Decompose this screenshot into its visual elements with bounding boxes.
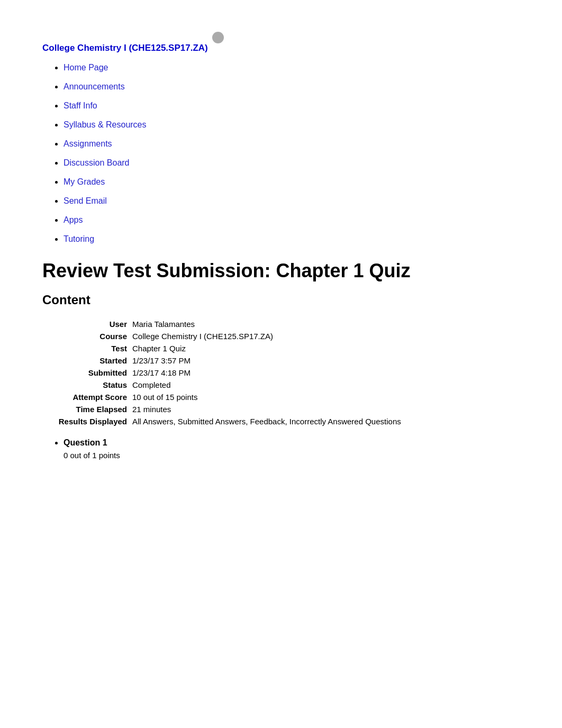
question-title: Question 1: [64, 438, 520, 448]
attempt-score-value: 10 out of 15 points: [132, 391, 520, 403]
started-row: Started 1/23/17 3:57 PM: [42, 354, 520, 367]
attempt-score-label: Attempt Score: [42, 391, 132, 403]
user-value: Maria Talamantes: [132, 318, 520, 330]
list-item: Question 10 out of 1 points: [64, 438, 520, 460]
submission-info-table: User Maria Talamantes Course College Che…: [42, 318, 520, 427]
nav-link[interactable]: Syllabus & Resources: [64, 120, 147, 129]
nav-link[interactable]: Home Page: [64, 63, 108, 72]
user-label: User: [42, 318, 132, 330]
list-item: Apps: [64, 215, 520, 225]
time-elapsed-row: Time Elapsed 21 minutes: [42, 403, 520, 415]
results-displayed-label: Results Displayed: [42, 415, 132, 427]
results-displayed-row: Results Displayed All Answers, Submitted…: [42, 415, 520, 427]
list-item: Home Page: [64, 63, 520, 72]
test-value: Chapter 1 Quiz: [132, 342, 520, 354]
time-elapsed-value: 21 minutes: [132, 403, 520, 415]
submitted-row: Submitted 1/23/17 4:18 PM: [42, 367, 520, 379]
nav-icon: [212, 32, 224, 43]
page-title: Review Test Submission: Chapter 1 Quiz: [42, 260, 520, 282]
content-heading: Content: [42, 293, 520, 307]
user-row: User Maria Talamantes: [42, 318, 520, 330]
list-item: My Grades: [64, 177, 520, 187]
sidebar-nav: Home PageAnnouncementsStaff InfoSyllabus…: [42, 63, 520, 244]
course-row: Course College Chemistry I (CHE125.SP17.…: [42, 330, 520, 342]
nav-link[interactable]: Send Email: [64, 196, 107, 205]
results-displayed-value: All Answers, Submitted Answers, Feedback…: [132, 415, 520, 427]
list-item: Send Email: [64, 196, 520, 206]
nav-link[interactable]: Assignments: [64, 139, 112, 148]
started-label: Started: [42, 354, 132, 367]
attempt-score-row: Attempt Score 10 out of 15 points: [42, 391, 520, 403]
list-item: Syllabus & Resources: [64, 120, 520, 130]
submitted-label: Submitted: [42, 367, 132, 379]
nav-link[interactable]: Tutoring: [64, 234, 94, 243]
submitted-value: 1/23/17 4:18 PM: [132, 367, 520, 379]
list-item: Staff Info: [64, 101, 520, 111]
list-item: Discussion Board: [64, 158, 520, 168]
course-title-link[interactable]: College Chemistry I (CHE125.SP17.ZA): [42, 43, 208, 53]
course-label: Course: [42, 330, 132, 342]
nav-link[interactable]: Discussion Board: [64, 158, 130, 167]
question-list: Question 10 out of 1 points: [42, 438, 520, 460]
nav-link[interactable]: Apps: [64, 215, 83, 224]
time-elapsed-label: Time Elapsed: [42, 403, 132, 415]
status-label: Status: [42, 379, 132, 391]
course-value: College Chemistry I (CHE125.SP17.ZA): [132, 330, 520, 342]
nav-link[interactable]: Announcements: [64, 82, 125, 91]
question-score: 0 out of 1 points: [64, 451, 520, 460]
test-row: Test Chapter 1 Quiz: [42, 342, 520, 354]
list-item: Announcements: [64, 82, 520, 92]
list-item: Assignments: [64, 139, 520, 149]
status-row: Status Completed: [42, 379, 520, 391]
started-value: 1/23/17 3:57 PM: [132, 354, 520, 367]
nav-link[interactable]: My Grades: [64, 177, 105, 186]
list-item: Tutoring: [64, 234, 520, 244]
test-label: Test: [42, 342, 132, 354]
status-value: Completed: [132, 379, 520, 391]
nav-link[interactable]: Staff Info: [64, 101, 97, 110]
